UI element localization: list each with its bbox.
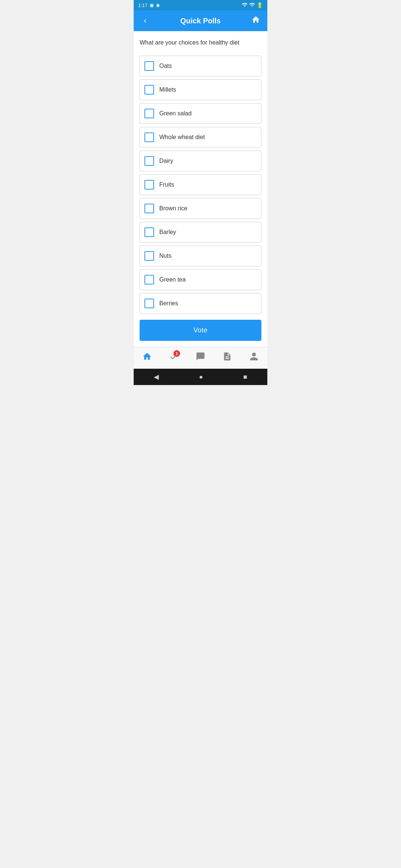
home-nav-icon bbox=[142, 352, 152, 364]
checkbox-7[interactable] bbox=[144, 204, 154, 213]
signal-icon bbox=[249, 2, 255, 9]
option-label-3: Green salad bbox=[159, 110, 192, 117]
bottom-nav: 1 bbox=[134, 347, 267, 369]
option-label-8: Barley bbox=[159, 229, 176, 236]
checkbox-10[interactable] bbox=[144, 275, 154, 285]
option-item-10[interactable]: Green tea bbox=[140, 269, 261, 290]
checkbox-2[interactable] bbox=[144, 85, 154, 95]
option-label-1: Oats bbox=[159, 63, 172, 69]
option-item-8[interactable]: Barley bbox=[140, 222, 261, 243]
nav-tasks[interactable]: 1 bbox=[166, 350, 182, 365]
nav-docs[interactable] bbox=[219, 350, 235, 365]
option-item-9[interactable]: Nuts bbox=[140, 246, 261, 266]
option-label-7: Brown rice bbox=[159, 205, 188, 212]
wifi-icon bbox=[242, 2, 248, 9]
status-bar: 1:17 ▣ ◉ 🔋 bbox=[134, 0, 267, 10]
checkbox-3[interactable] bbox=[144, 109, 154, 118]
nav-home[interactable] bbox=[139, 350, 155, 365]
option-item-7[interactable]: Brown rice bbox=[140, 198, 261, 219]
profile-nav-icon bbox=[249, 352, 259, 364]
system-nav: ◀ ● ■ bbox=[134, 369, 267, 385]
option-label-9: Nuts bbox=[159, 253, 172, 259]
time-display: 1:17 bbox=[138, 3, 147, 8]
sim-icon: ▣ bbox=[150, 3, 154, 8]
app-header: ‹ Quick Polls bbox=[134, 10, 267, 31]
main-content: What are your choices for healthy diet O… bbox=[134, 31, 267, 347]
options-list: OatsMilletsGreen saladWhole wheat dietDa… bbox=[140, 56, 261, 314]
option-label-4: Whole wheat diet bbox=[159, 134, 205, 141]
checkbox-4[interactable] bbox=[144, 132, 154, 142]
system-recents-button[interactable]: ■ bbox=[243, 373, 247, 381]
checkbox-9[interactable] bbox=[144, 251, 154, 261]
option-label-5: Dairy bbox=[159, 158, 173, 164]
chat-nav-icon bbox=[196, 352, 205, 364]
option-item-11[interactable]: Berries bbox=[140, 293, 261, 314]
docs-nav-icon bbox=[222, 352, 232, 364]
app-logo-icon: ◉ bbox=[156, 3, 160, 8]
option-label-11: Berries bbox=[159, 300, 178, 307]
checkbox-1[interactable] bbox=[144, 61, 154, 71]
back-button[interactable]: ‹ bbox=[140, 16, 151, 26]
system-back-button[interactable]: ◀ bbox=[154, 373, 159, 381]
option-item-6[interactable]: Fruits bbox=[140, 174, 261, 195]
nav-profile[interactable] bbox=[246, 350, 262, 365]
option-item-1[interactable]: Oats bbox=[140, 56, 261, 76]
checkbox-6[interactable] bbox=[144, 180, 154, 190]
vote-button[interactable]: Vote bbox=[140, 320, 261, 341]
tasks-badge: 1 bbox=[173, 350, 180, 357]
option-item-3[interactable]: Green salad bbox=[140, 103, 261, 124]
option-item-4[interactable]: Whole wheat diet bbox=[140, 127, 261, 148]
nav-chat[interactable] bbox=[193, 350, 208, 365]
option-label-2: Millets bbox=[159, 86, 176, 93]
checkbox-5[interactable] bbox=[144, 156, 154, 166]
checkbox-8[interactable] bbox=[144, 227, 154, 237]
option-item-5[interactable]: Dairy bbox=[140, 151, 261, 171]
status-bar-right: 🔋 bbox=[242, 2, 263, 9]
system-home-button[interactable]: ● bbox=[199, 373, 203, 381]
option-label-10: Green tea bbox=[159, 276, 186, 283]
status-bar-left: 1:17 ▣ ◉ bbox=[138, 3, 160, 8]
option-item-2[interactable]: Millets bbox=[140, 79, 261, 100]
poll-question: What are your choices for healthy diet bbox=[140, 39, 261, 47]
option-label-6: Fruits bbox=[159, 181, 174, 188]
battery-icon: 🔋 bbox=[257, 2, 263, 8]
home-button[interactable] bbox=[250, 15, 261, 26]
header-title: Quick Polls bbox=[151, 17, 250, 25]
checkbox-11[interactable] bbox=[144, 299, 154, 308]
